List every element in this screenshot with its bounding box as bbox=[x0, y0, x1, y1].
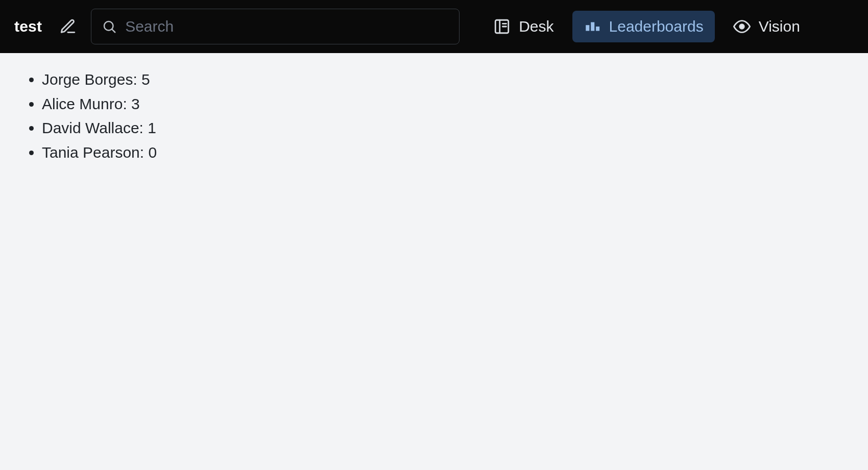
bar-chart-icon bbox=[584, 18, 601, 35]
svg-rect-7 bbox=[591, 22, 594, 31]
leaderboard-item: Alice Munro: 3 bbox=[42, 92, 853, 116]
leaderboard-item: Tania Pearson: 0 bbox=[42, 140, 853, 165]
edit-icon bbox=[59, 18, 77, 35]
eye-icon bbox=[733, 18, 751, 35]
leaderboard-item: David Wallace: 1 bbox=[42, 116, 853, 140]
nav-tabs: Desk Leaderboards Vision bbox=[482, 11, 811, 42]
svg-rect-8 bbox=[596, 27, 599, 31]
topbar: test Desk bbox=[0, 0, 868, 53]
svg-line-1 bbox=[112, 30, 115, 32]
compose-button[interactable] bbox=[57, 16, 79, 37]
tab-desk-label: Desk bbox=[519, 18, 553, 35]
tab-vision-label: Vision bbox=[759, 18, 800, 35]
svg-rect-6 bbox=[586, 25, 589, 31]
panel-left-icon bbox=[493, 18, 511, 35]
svg-point-0 bbox=[104, 21, 113, 31]
tab-leaderboards[interactable]: Leaderboards bbox=[572, 11, 715, 42]
brand-title: test bbox=[14, 18, 45, 35]
search-icon bbox=[102, 19, 117, 34]
tab-leaderboards-label: Leaderboards bbox=[609, 18, 704, 35]
tab-desk[interactable]: Desk bbox=[482, 11, 565, 42]
leaderboard-item: Jorge Borges: 5 bbox=[42, 67, 853, 92]
main-content: Jorge Borges: 5Alice Munro: 3David Walla… bbox=[0, 53, 868, 179]
leaderboard-list: Jorge Borges: 5Alice Munro: 3David Walla… bbox=[15, 67, 853, 164]
tab-vision[interactable]: Vision bbox=[722, 11, 811, 42]
search-field[interactable] bbox=[91, 9, 460, 44]
svg-point-9 bbox=[739, 24, 744, 29]
search-input[interactable] bbox=[125, 18, 449, 35]
